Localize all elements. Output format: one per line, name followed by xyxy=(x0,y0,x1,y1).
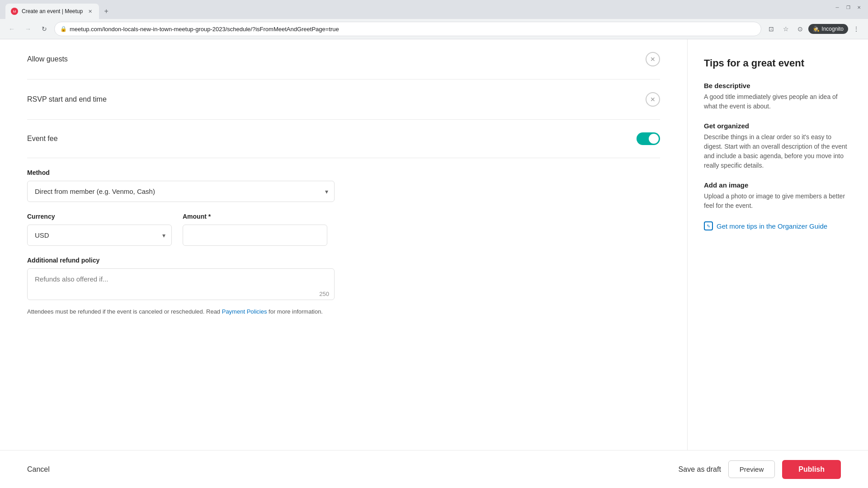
rsvp-close-button[interactable]: ✕ xyxy=(646,92,660,107)
char-count: 250 xyxy=(319,291,329,297)
event-fee-toggle[interactable]: ✓ xyxy=(637,132,660,145)
tip-be-descriptive: Be descriptive A good title immediately … xyxy=(704,82,852,111)
tips-title: Tips for a great event xyxy=(704,57,852,69)
address-bar[interactable]: 🔒 meetup.com/london-locals-new-in-town-m… xyxy=(54,22,761,36)
browser-actions: ⊡ ☆ ⊙ 🕵 Incognito ⋮ xyxy=(765,23,863,35)
page-content: Allow guests ✕ RSVP start and end time ✕… xyxy=(0,39,868,488)
cast-button[interactable]: ⊡ xyxy=(765,23,778,35)
refund-section: Additional refund policy 250 Attendees m… xyxy=(27,246,660,327)
tab-favicon: M xyxy=(11,8,18,15)
forward-button[interactable]: → xyxy=(22,23,34,35)
tab-bar: M Create an event | Meetup ✕ + ─ ❐ ✕ xyxy=(0,0,868,19)
preview-button[interactable]: Preview xyxy=(728,460,775,478)
lock-icon: 🔒 xyxy=(60,26,67,32)
currency-select-wrapper: USD GBP EUR CAD AUD ▾ xyxy=(27,225,172,246)
incognito-button[interactable]: 🕵 Incognito xyxy=(808,24,848,34)
allow-guests-close-button[interactable]: ✕ xyxy=(646,52,660,66)
tip-add-image: Add an image Upload a photo or image to … xyxy=(704,181,852,211)
minimize-button[interactable]: ─ xyxy=(834,4,841,11)
method-select[interactable]: Direct from member (e.g. Venmo, Cash) On… xyxy=(27,181,335,202)
method-label: Method xyxy=(27,169,660,176)
window-controls: ─ ❐ ✕ xyxy=(834,4,863,11)
method-section: Method Direct from member (e.g. Venmo, C… xyxy=(27,158,660,213)
browser-chrome: M Create an event | Meetup ✕ + ─ ❐ ✕ ← →… xyxy=(0,0,868,39)
method-select-wrapper: Direct from member (e.g. Venmo, Cash) On… xyxy=(27,181,335,202)
footer-spacer xyxy=(27,327,660,372)
cancel-button[interactable]: Cancel xyxy=(27,465,50,474)
reload-button[interactable]: ↻ xyxy=(38,23,51,35)
currency-select[interactable]: USD GBP EUR CAD AUD xyxy=(27,225,172,246)
footer-right: Save as draft Preview Publish xyxy=(679,460,841,479)
publish-button[interactable]: Publish xyxy=(782,460,841,479)
organizer-guide-link[interactable]: ✎ Get more tips in the Organizer Guide xyxy=(704,221,852,230)
policy-text: Attendees must be refunded if the event … xyxy=(27,307,335,316)
tips-sidebar: Tips for a great event Be descriptive A … xyxy=(687,39,868,488)
tip-heading-image: Add an image xyxy=(704,181,852,189)
amount-field: Amount * xyxy=(183,213,327,246)
allow-guests-label: Allow guests xyxy=(27,55,68,63)
currency-label: Currency xyxy=(27,213,172,220)
rsvp-section: RSVP start and end time ✕ xyxy=(27,80,660,120)
refund-textarea-wrapper: 250 xyxy=(27,268,335,302)
tip-body-organized: Describe things in a clear order so it's… xyxy=(704,132,852,170)
payment-policies-link[interactable]: Payment Policies xyxy=(222,308,267,315)
currency-field: Currency USD GBP EUR CAD AUD ▾ xyxy=(27,213,172,246)
bookmark-button[interactable]: ☆ xyxy=(779,23,792,35)
tip-heading-descriptive: Be descriptive xyxy=(704,82,852,89)
allow-guests-section: Allow guests ✕ xyxy=(27,39,660,80)
tip-get-organized: Get organized Describe things in a clear… xyxy=(704,122,852,170)
save-draft-button[interactable]: Save as draft xyxy=(679,465,721,474)
main-form: Allow guests ✕ RSVP start and end time ✕… xyxy=(0,39,687,488)
guide-link-text: Get more tips in the Organizer Guide xyxy=(717,222,827,230)
guide-icon: ✎ xyxy=(704,221,713,230)
policy-text-after: for more information. xyxy=(267,308,323,315)
currency-amount-row: Currency USD GBP EUR CAD AUD ▾ Amount * xyxy=(27,213,660,246)
refund-policy-label: Additional refund policy xyxy=(27,257,660,264)
amount-input[interactable] xyxy=(183,225,327,246)
refund-textarea[interactable] xyxy=(27,268,335,300)
event-fee-section: Event fee ✓ xyxy=(27,120,660,158)
tip-heading-organized: Get organized xyxy=(704,122,852,130)
url-text: meetup.com/london-locals-new-in-town-mee… xyxy=(70,26,755,33)
tab-close-button[interactable]: ✕ xyxy=(86,8,94,15)
maximize-button[interactable]: ❐ xyxy=(844,4,852,11)
amount-label: Amount * xyxy=(183,213,327,220)
back-button[interactable]: ← xyxy=(5,23,18,35)
toggle-check-icon: ✓ xyxy=(652,136,656,142)
active-tab[interactable]: M Create an event | Meetup ✕ xyxy=(5,4,99,19)
event-fee-label: Event fee xyxy=(27,135,58,143)
incognito-label: Incognito xyxy=(821,26,844,32)
new-tab-button[interactable]: + xyxy=(101,6,112,17)
close-window-button[interactable]: ✕ xyxy=(855,4,863,11)
rsvp-label: RSVP start and end time xyxy=(27,95,107,103)
policy-text-before: Attendees must be refunded if the event … xyxy=(27,308,222,315)
address-bar-row: ← → ↻ 🔒 meetup.com/london-locals-new-in-… xyxy=(0,19,868,39)
tip-body-image: Upload a photo or image to give members … xyxy=(704,192,852,211)
profile-button[interactable]: ⊙ xyxy=(794,23,807,35)
tip-body-descriptive: A good title immediately gives people an… xyxy=(704,92,852,111)
incognito-icon: 🕵 xyxy=(813,26,820,32)
tab-title: Create an event | Meetup xyxy=(22,8,83,14)
menu-button[interactable]: ⋮ xyxy=(850,23,863,35)
footer-bar: Cancel Save as draft Preview Publish xyxy=(0,450,868,488)
